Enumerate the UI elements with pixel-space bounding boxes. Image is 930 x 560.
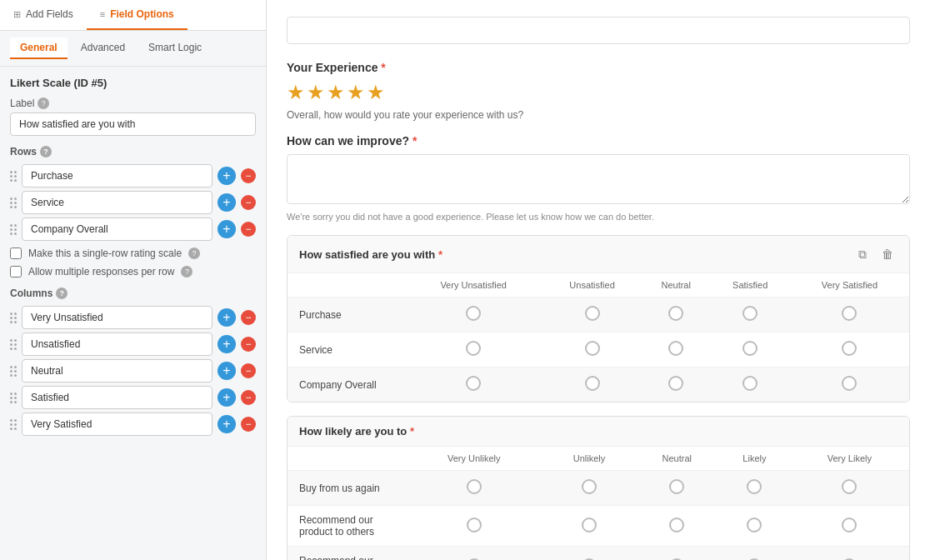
- your-experience-heading: Your Experience *: [287, 61, 910, 74]
- col-neutral-add-btn[interactable]: +: [218, 362, 236, 380]
- radio-purchase-very-unsatisfied[interactable]: [466, 306, 481, 321]
- drag-handle-col-unsatisfied[interactable]: [10, 339, 17, 350]
- col-item-neutral: + −: [10, 359, 256, 382]
- radio-rec-product-likely[interactable]: [747, 518, 762, 532]
- radio-buy-very-likely[interactable]: [842, 479, 857, 494]
- row-purchase-delete-btn[interactable]: −: [241, 168, 256, 183]
- radio-service-unsatisfied[interactable]: [585, 341, 600, 356]
- radio-rec-product-very-unlikely[interactable]: [467, 518, 482, 532]
- left-panel: ⊞ Add Fields ≡ Field Options General Adv…: [0, 0, 267, 560]
- likert-likely-row-buy: Buy from us again: [288, 471, 909, 506]
- radio-service-neutral[interactable]: [668, 341, 683, 356]
- col-unsatisfied-delete-btn[interactable]: −: [241, 337, 256, 352]
- radio-company-unsatisfied[interactable]: [585, 376, 600, 391]
- radio-purchase-satisfied[interactable]: [742, 306, 758, 321]
- radio-company-very-satisfied[interactable]: [842, 376, 857, 391]
- single-row-help-icon[interactable]: ?: [188, 248, 200, 259]
- tab-smart-logic[interactable]: Smart Logic: [138, 38, 212, 59]
- drag-handle-purchase[interactable]: [10, 171, 17, 182]
- radio-purchase-very-satisfied[interactable]: [842, 306, 857, 321]
- delete-icon[interactable]: 🗑: [878, 244, 898, 264]
- likert-likely-col-likely: Likely: [719, 447, 790, 471]
- row-service-add-btn[interactable]: +: [218, 193, 236, 212]
- col-very-satisfied-input[interactable]: [22, 412, 212, 436]
- radio-buy-very-unlikely[interactable]: [467, 479, 482, 494]
- drag-handle-col-very-satisfied[interactable]: [10, 419, 17, 430]
- radio-rec-product-unlikely[interactable]: [582, 518, 597, 532]
- drag-handle-col-very-unsatisfied[interactable]: [10, 312, 17, 323]
- sub-tab-bar: General Advanced Smart Logic: [0, 31, 266, 67]
- likert-satisfied-header: How satisfied are you with * ⧉ 🗑: [288, 236, 909, 273]
- radio-buy-likely[interactable]: [747, 479, 762, 494]
- col-very-satisfied-add-btn[interactable]: +: [218, 415, 236, 433]
- star-3: ★: [327, 81, 345, 104]
- radio-service-very-unsatisfied[interactable]: [466, 341, 481, 356]
- row-company-add-btn[interactable]: +: [218, 220, 236, 238]
- col-very-unsatisfied-add-btn[interactable]: +: [218, 308, 236, 327]
- row-company-delete-btn[interactable]: −: [241, 222, 256, 237]
- col-satisfied-delete-btn[interactable]: −: [241, 390, 256, 405]
- row-purchase-add-btn[interactable]: +: [218, 167, 236, 185]
- columns-help-icon[interactable]: ?: [56, 288, 68, 299]
- multiple-responses-checkbox[interactable]: [10, 266, 22, 278]
- col-satisfied-input[interactable]: [22, 386, 212, 409]
- likert-satisfied-col-blank: [288, 273, 404, 298]
- stars-row: ★ ★ ★ ★ ★: [287, 81, 910, 104]
- col-very-satisfied-delete-btn[interactable]: −: [241, 417, 256, 432]
- col-neutral-delete-btn[interactable]: −: [241, 363, 256, 378]
- preview-top-input[interactable]: [287, 17, 910, 44]
- likert-satisfied-row-company: Company Overall: [288, 368, 909, 402]
- radio-company-very-unsatisfied[interactable]: [466, 376, 481, 391]
- col-unsatisfied-input[interactable]: [22, 332, 212, 356]
- row-service-input[interactable]: [22, 191, 212, 214]
- col-very-unsatisfied-delete-btn[interactable]: −: [241, 310, 256, 325]
- rows-help-icon[interactable]: ?: [40, 146, 52, 158]
- right-panel: Your Experience * ★ ★ ★ ★ ★ Overall, how…: [267, 0, 930, 560]
- radio-buy-neutral[interactable]: [669, 479, 684, 494]
- add-fields-tab[interactable]: ⊞ Add Fields: [0, 0, 87, 30]
- single-row-label: Make this a single-row rating scale: [28, 248, 182, 259]
- improve-required: *: [412, 134, 417, 148]
- drag-handle-col-neutral[interactable]: [10, 366, 17, 377]
- likert-likely-table: Very Unlikely Unlikely Neutral Likely Ve…: [288, 447, 909, 560]
- drag-handle-company[interactable]: [10, 224, 17, 235]
- radio-rec-product-neutral[interactable]: [669, 518, 684, 532]
- radio-purchase-neutral[interactable]: [668, 306, 683, 321]
- likert-likely-row-recommend-product-label: Recommend our product to others: [288, 506, 404, 547]
- improve-textarea[interactable]: [287, 154, 910, 204]
- tab-general[interactable]: General: [10, 38, 68, 59]
- radio-rec-product-very-likely[interactable]: [842, 518, 857, 532]
- label-input[interactable]: [10, 112, 256, 136]
- multiple-responses-help-icon[interactable]: ?: [181, 266, 192, 278]
- row-purchase-input[interactable]: [22, 164, 212, 188]
- multiple-responses-label: Allow multiple responses per row: [28, 266, 174, 278]
- radio-company-satisfied[interactable]: [742, 376, 758, 391]
- col-unsatisfied-add-btn[interactable]: +: [218, 335, 236, 353]
- your-experience-section: Your Experience * ★ ★ ★ ★ ★ Overall, how…: [287, 61, 910, 121]
- columns-label: Columns: [10, 288, 52, 299]
- radio-purchase-unsatisfied[interactable]: [585, 306, 600, 321]
- rows-header: Rows ?: [10, 146, 256, 158]
- drag-handle-service[interactable]: [10, 198, 17, 208]
- label-help-icon[interactable]: ?: [38, 98, 49, 109]
- single-row-checkbox[interactable]: [10, 248, 22, 259]
- row-service-delete-btn[interactable]: −: [241, 195, 256, 210]
- likert-likely-required: *: [410, 425, 414, 438]
- col-very-unsatisfied-input[interactable]: [22, 306, 212, 329]
- tab-advanced[interactable]: Advanced: [71, 38, 135, 59]
- duplicate-icon[interactable]: ⧉: [852, 244, 872, 264]
- radio-company-neutral[interactable]: [668, 376, 683, 391]
- top-tab-bar: ⊞ Add Fields ≡ Field Options: [0, 0, 266, 31]
- row-company-input[interactable]: [22, 218, 212, 241]
- label-row: Label ?: [10, 98, 256, 109]
- radio-service-satisfied[interactable]: [742, 341, 758, 356]
- field-options-tab[interactable]: ≡ Field Options: [87, 0, 188, 30]
- col-satisfied-add-btn[interactable]: +: [218, 388, 236, 407]
- likert-satisfied-col-very-satisfied: Very Satisfied: [790, 273, 909, 298]
- radio-service-very-satisfied[interactable]: [842, 341, 857, 356]
- likert-satisfied-col-unsatisfied: Unsatisfied: [542, 273, 642, 298]
- radio-buy-unlikely[interactable]: [582, 479, 597, 494]
- drag-handle-col-satisfied[interactable]: [10, 392, 17, 403]
- col-neutral-input[interactable]: [22, 359, 212, 382]
- likert-likely-col-neutral: Neutral: [634, 447, 719, 471]
